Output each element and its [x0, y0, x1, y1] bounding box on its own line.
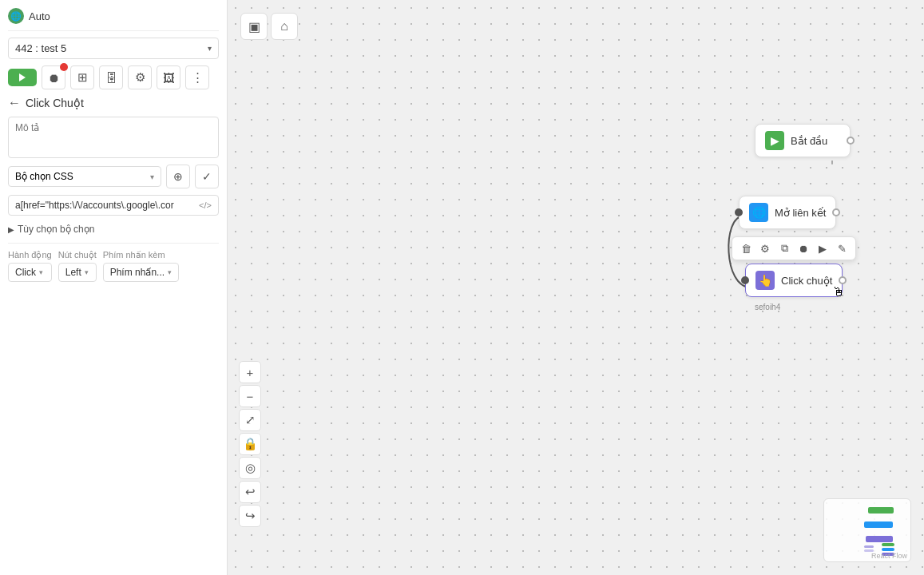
minimap-node-click: [866, 536, 893, 542]
record-icon: ⏺: [48, 71, 60, 85]
zoom-in-button[interactable]: +: [239, 361, 261, 383]
minimap: React Flow: [823, 498, 911, 562]
flow-selector[interactable]: 442 : test 5 ▾: [8, 38, 219, 59]
auto-label: Auto: [29, 10, 50, 22]
mouse-label: Nút chuột: [58, 250, 97, 260]
minimap-nav-1: [864, 545, 874, 548]
toolbar: ⏺ ⊞ 🗄 ⚙ 🖼 ⋮: [8, 65, 219, 89]
check-icon: ✓: [202, 170, 212, 183]
target-button[interactable]: ◎: [239, 457, 261, 479]
start-node[interactable]: ▶ Bắt đầu: [755, 124, 851, 157]
node-settings-button[interactable]: ⚙: [756, 240, 774, 257]
open-link-port-right[interactable]: [832, 208, 840, 216]
main-canvas[interactable]: ▣ ⌂ ▶ Bắt đầu 🌐 Mở liên kết: [228, 0, 924, 575]
more-icon: ⋮: [192, 70, 204, 85]
redo-button[interactable]: ↪: [239, 505, 261, 527]
start-node-port-right[interactable]: [847, 137, 855, 145]
gear-icon: ⚙: [760, 243, 770, 255]
open-link-node[interactable]: 🌐 Mở liên kết: [739, 196, 836, 229]
options-chevron-icon: ▶: [8, 225, 14, 234]
play-icon: ▶: [819, 243, 827, 255]
keyboard-group: Phím nhấn kèm Phím nhấn... ▾: [103, 250, 179, 282]
node-context-toolbar: 🗑 ⚙ ⧉ ⏺ ▶ ✎: [732, 236, 856, 260]
description-textarea[interactable]: [8, 117, 219, 158]
click-node-label: Click chuột: [781, 275, 832, 287]
play-icon: [19, 73, 26, 81]
panel-toggle-button[interactable]: ▣: [240, 13, 268, 40]
url-row: a[href="https:\/\/accounts\.google\.cor …: [8, 195, 219, 216]
lock-icon: 🔒: [243, 437, 258, 451]
play-button[interactable]: [8, 69, 37, 86]
copy-icon: ⧉: [781, 242, 788, 255]
crosshair-icon: ⊕: [173, 170, 183, 183]
record-node-button[interactable]: ⏺: [795, 240, 812, 257]
options-row[interactable]: ▶ Tùy chọn bộ chọn: [8, 222, 219, 236]
fit-view-button[interactable]: ⤢: [239, 409, 261, 431]
settings-icon: ⚙: [135, 70, 145, 85]
divider: [8, 243, 219, 244]
zoom-out-button[interactable]: −: [239, 385, 261, 407]
image-button[interactable]: 🖼: [157, 65, 180, 89]
edit-node-button[interactable]: ✎: [833, 240, 851, 257]
url-value: a[href="https:\/\/accounts\.google\.cor: [15, 200, 196, 211]
fit-icon: ⤢: [245, 413, 256, 427]
open-link-port-left[interactable]: [735, 208, 743, 216]
database-button[interactable]: 🗄: [99, 65, 123, 89]
css-selector-row: Bộ chọn CSS ▾ ⊕ ✓: [8, 165, 219, 188]
section-title: Click Chuột: [26, 97, 84, 109]
start-node-container: ▶ Bắt đầu: [755, 124, 851, 157]
open-link-label: Mở liên kết: [775, 207, 826, 219]
record-badge: [60, 63, 68, 71]
start-node-label: Bắt đầu: [791, 135, 827, 147]
copy-button[interactable]: ⧉: [775, 240, 793, 257]
chevron-down-icon: ▾: [168, 268, 172, 276]
record-icon: ⏺: [799, 243, 809, 255]
record-button[interactable]: ⏺: [42, 65, 65, 89]
check-button[interactable]: ✓: [195, 165, 219, 188]
zoom-out-icon: −: [247, 390, 254, 403]
trash-icon: 🗑: [741, 243, 751, 255]
table-button[interactable]: ⊞: [70, 65, 94, 89]
panel-icon: ▣: [248, 19, 260, 34]
actions-labels-row: Hành động Click ▾ Nút chuột Left ▾ Phím …: [8, 250, 219, 282]
home-icon: ⌂: [280, 19, 288, 34]
chevron-down-icon: ▾: [150, 172, 154, 181]
action-dropdown[interactable]: Click ▾: [8, 263, 52, 282]
legend-green: [882, 543, 894, 546]
css-selector-dropdown[interactable]: Bộ chọn CSS ▾: [8, 166, 161, 187]
lock-button[interactable]: 🔒: [239, 433, 261, 455]
undo-button[interactable]: ↩: [239, 481, 261, 503]
canvas-toolbar: ▣ ⌂: [240, 13, 298, 40]
minimap-node-start: [868, 507, 894, 514]
mouse-value: Left: [65, 267, 81, 278]
code-button[interactable]: </>: [199, 200, 212, 210]
globe-icon: 🌐: [8, 8, 24, 24]
sidebar-header: 🌐 Auto: [8, 8, 219, 31]
action-group: Hành động Click ▾: [8, 250, 52, 282]
click-port-left[interactable]: [741, 276, 749, 284]
mouse-dropdown[interactable]: Left ▾: [58, 263, 97, 282]
node-sublabel: sefoih4: [755, 303, 780, 311]
keyboard-label: Phím nhấn kèm: [103, 250, 179, 260]
settings-button[interactable]: ⚙: [128, 65, 152, 89]
chevron-down-icon: ▾: [39, 268, 43, 276]
more-button[interactable]: ⋮: [185, 65, 209, 89]
action-value: Click: [15, 267, 36, 278]
delete-button[interactable]: 🗑: [737, 240, 755, 257]
flow-selector-value: 442 : test 5: [15, 42, 66, 54]
back-button[interactable]: ← Click Chuột: [8, 96, 219, 110]
click-port-right[interactable]: [839, 276, 847, 284]
undo-icon: ↩: [245, 485, 256, 499]
options-label: Tùy chọn bộ chọn: [18, 224, 94, 235]
home-button[interactable]: ⌂: [271, 13, 298, 40]
click-node[interactable]: 👆 Click chuột 🖱: [745, 264, 843, 297]
open-link-node-container: 🌐 Mở liên kết: [739, 196, 836, 229]
start-node-icon: ▶: [765, 131, 784, 150]
chevron-down-icon: ▾: [208, 44, 212, 53]
database-icon: 🗄: [105, 71, 117, 85]
play-node-button[interactable]: ▶: [814, 240, 831, 257]
canvas-controls: + − ⤢ 🔒 ◎ ↩ ↪: [239, 361, 261, 527]
edit-icon: ✎: [838, 243, 847, 255]
keyboard-dropdown[interactable]: Phím nhấn... ▾: [103, 263, 179, 282]
crosshair-button[interactable]: ⊕: [166, 165, 190, 188]
